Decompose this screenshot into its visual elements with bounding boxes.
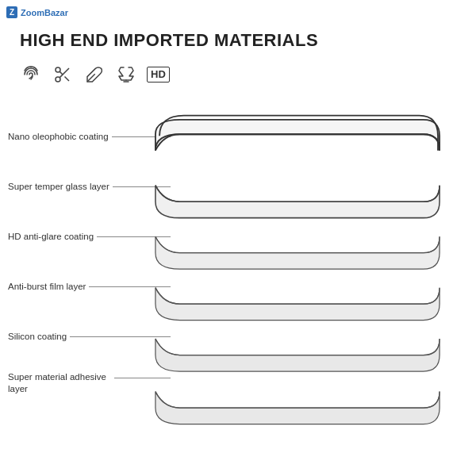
label-text-2: Super temper glass layer — [8, 181, 109, 193]
feather-icon — [83, 63, 106, 86]
page-title: HIGH END IMPORTED MATERIALS — [20, 30, 318, 51]
scissors-icon — [52, 63, 74, 86]
svg-point-0 — [56, 67, 60, 72]
label-text-6: Super material adhesive layer — [8, 371, 111, 395]
diagram: Nano oleophobic coating Super temper gla… — [0, 91, 476, 448]
logo-box: Z — [6, 6, 17, 18]
svg-line-4 — [60, 71, 63, 75]
fingerprint-icon — [20, 63, 42, 86]
logo: Z ZoomBazar — [6, 6, 68, 18]
label-text-4: Anti-burst film layer — [8, 281, 86, 293]
svg-line-3 — [64, 76, 69, 81]
label-text-3: HD anti-glare coating — [8, 231, 94, 243]
svg-point-1 — [56, 77, 60, 82]
recycle-icon — [115, 63, 137, 86]
label-text-5: Silicon coating — [8, 331, 67, 343]
hd-badge: HD — [147, 67, 170, 83]
layers-svg — [143, 91, 452, 440]
icons-row: HD — [20, 63, 170, 86]
page-container: Z ZoomBazar HIGH END IMPORTED MATERIALS — [0, 0, 476, 476]
logo-text: ZoomBazar — [21, 8, 68, 17]
label-text-1: Nano oleophobic coating — [8, 131, 109, 143]
